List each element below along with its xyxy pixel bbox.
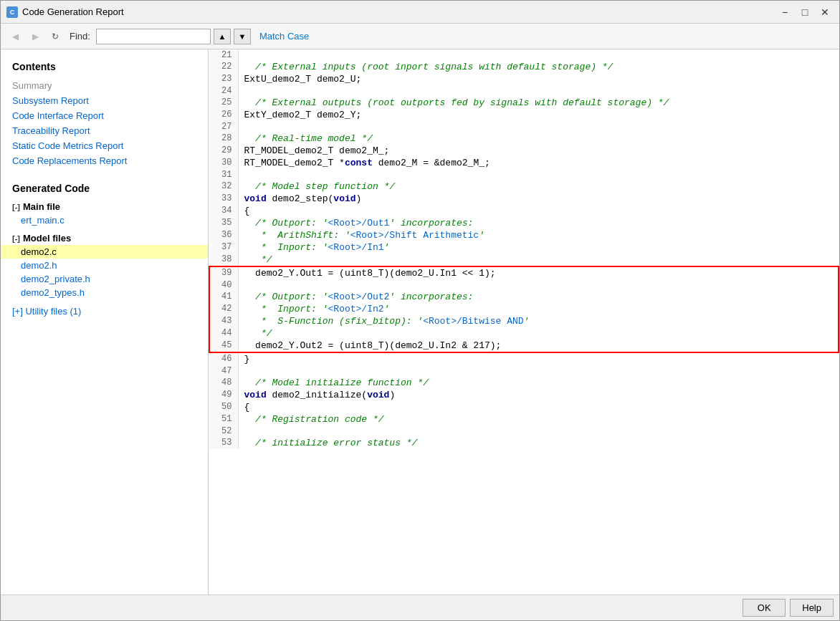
demo2-private-h-label: demo2_private.h [21,274,90,284]
line-number: 21 [209,49,238,61]
code-line-26: 26ExtY_demo2_T demo2_Y; [209,109,839,121]
code-link[interactable]: <Root>/In2 [328,304,384,314]
code-line-27: 27 [209,121,839,133]
sidebar-file-demo2-types-h[interactable]: demo2_types.h [1,286,208,299]
code-line-52: 52 [209,425,839,437]
sidebar-link-code-interface[interactable]: Code Interface Report [1,108,208,123]
help-button[interactable]: Help [790,599,834,617]
line-content: { [238,401,839,413]
code-line-41: 41 /* Outport: '<Root>/Out2' incorporate… [209,291,839,303]
minimize-button[interactable]: − [776,5,793,19]
code-line-21: 21 [209,49,839,61]
line-number: 34 [209,205,238,217]
code-line-48: 48 /* Model initialize function */ [209,377,839,389]
line-number: 39 [209,266,238,279]
line-number: 24 [209,85,238,97]
sidebar-link-traceability[interactable]: Traceability Report [1,123,208,138]
line-number: 48 [209,377,238,389]
code-line-22: 22 /* External inputs (root inport signa… [209,61,839,73]
line-number: 23 [209,73,238,85]
line-content: /* External inputs (root inport signals … [238,61,839,73]
sidebar-link-summary[interactable]: Summary [1,78,208,93]
line-number: 49 [209,389,238,401]
line-content: /* Real-time model */ [238,133,839,145]
sidebar-file-demo2-private-h[interactable]: demo2_private.h [1,272,208,286]
sidebar-file-ert-main[interactable]: ert_main.c [1,213,208,227]
code-line-25: 25 /* External outputs (root outports fe… [209,97,839,109]
line-content: /* Model step function */ [238,180,839,193]
find-up-button[interactable]: ▲ [214,29,231,44]
line-content [238,85,839,97]
model-files-collapse[interactable]: [-] [12,234,20,243]
line-content: RT_MODEL_demo2_T *const demo2_M = &demo2… [238,157,839,169]
line-number: 25 [209,97,238,109]
sidebar-link-subsystem-report[interactable]: Subsystem Report [1,93,208,108]
code-line-37: 37 * Inport: '<Root>/In1' [209,241,839,254]
line-content [238,49,839,61]
line-number: 36 [209,229,238,241]
line-content: { [238,205,839,217]
match-case-label[interactable]: Match Case [259,31,309,42]
sidebar-link-static-metrics[interactable]: Static Code Metrics Report [1,138,208,153]
close-button[interactable]: ✕ [816,5,834,19]
line-content [238,279,839,291]
main-file-group: [-] Main file [1,200,208,213]
model-files-label: Model files [23,233,71,244]
line-number: 22 [209,61,238,73]
code-line-28: 28 /* Real-time model */ [209,133,839,145]
line-content: void demo2_initialize(void) [238,389,839,401]
line-content: */ [238,327,839,340]
line-content: /* Registration code */ [238,413,839,425]
line-content: /* External outputs (root outports fed b… [238,97,839,109]
line-number: 35 [209,217,238,229]
code-line-47: 47 [209,365,839,377]
line-content: } [238,352,839,365]
code-link[interactable]: <Root>/Bitwise AND [423,316,523,327]
line-number: 28 [209,133,238,145]
contents-title: Contents [1,58,208,78]
main-window: C Code Generation Report − □ ✕ ◀ ▶ ↻ Fin… [0,0,840,621]
line-number: 27 [209,121,238,133]
code-line-46: 46} [209,352,839,365]
sidebar-divider-1 [1,168,208,180]
ok-button[interactable]: OK [743,599,786,617]
sidebar-file-demo2-c[interactable]: demo2.c [1,245,208,259]
sidebar-utility-files[interactable]: [+] Utility files (1) [1,304,208,319]
line-number: 37 [209,241,238,254]
code-panel[interactable]: 2122 /* External inputs (root inport sig… [209,49,839,594]
code-link[interactable]: <Root>/Shift Arithmetic [350,230,479,241]
line-content: ExtU_demo2_T demo2_U; [238,73,839,85]
back-button[interactable]: ◀ [6,28,24,45]
code-link[interactable]: <Root>/Out1 [328,218,390,228]
sidebar-link-code-replacements[interactable]: Code Replacements Report [1,153,208,168]
line-content: /* Outport: '<Root>/Out2' incorporates: [238,291,839,303]
line-content [238,365,839,377]
line-content: /* initialize error status */ [238,437,839,449]
forward-button[interactable]: ▶ [27,28,44,45]
code-link[interactable]: <Root>/Out2 [328,292,390,302]
main-file-collapse[interactable]: [-] [12,203,20,211]
find-input[interactable] [96,29,211,44]
line-number: 45 [209,340,238,352]
find-down-button[interactable]: ▼ [234,29,251,44]
line-content: ExtY_demo2_T demo2_Y; [238,109,839,121]
title-bar: C Code Generation Report − □ ✕ [1,1,839,24]
sidebar-file-demo2-h[interactable]: demo2.h [1,259,208,272]
code-line-32: 32 /* Model step function */ [209,180,839,193]
line-content: RT_MODEL_demo2_T demo2_M_; [238,145,839,157]
refresh-button[interactable]: ↻ [47,28,64,45]
code-line-24: 24 [209,85,839,97]
code-link[interactable]: <Root>/In1 [328,242,384,253]
demo2-types-h-label: demo2_types.h [21,287,85,298]
demo2-h-label: demo2.h [21,260,57,271]
code-line-34: 34{ [209,205,839,217]
generated-code-title: Generated Code [1,180,208,200]
maximize-button[interactable]: □ [796,5,813,19]
line-content: void demo2_step(void) [238,193,839,205]
code-line-38: 38 */ [209,254,839,266]
main-file-label: Main file [23,201,60,212]
line-number: 38 [209,254,238,266]
line-number: 53 [209,437,238,449]
sidebar: Contents Summary Subsystem Report Code I… [1,49,209,594]
line-number: 44 [209,327,238,340]
